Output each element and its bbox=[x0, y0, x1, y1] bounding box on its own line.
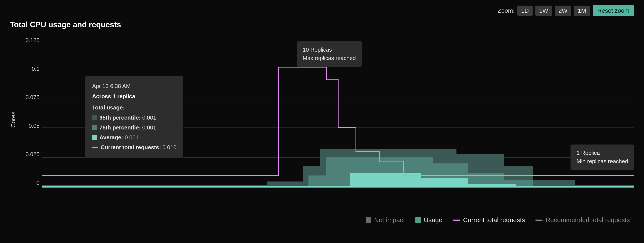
line-icon bbox=[92, 147, 98, 148]
gridline bbox=[42, 187, 634, 188]
callout-max-replicas: 10 ReplicasMax replicas reached bbox=[297, 41, 362, 67]
plot-area[interactable]: Apr 13 6:38 AMAcross 1 replicaTotal usag… bbox=[42, 37, 634, 187]
gridline bbox=[42, 37, 634, 37]
zoom-1d-button[interactable]: 1D bbox=[517, 6, 533, 16]
line-icon bbox=[535, 219, 542, 221]
y-axis: 0.125 0.1 0.075 0.05 0.025 0 bbox=[18, 37, 42, 186]
reset-zoom-button[interactable]: Reset zoom bbox=[593, 5, 634, 16]
request-line bbox=[42, 175, 279, 176]
request-line bbox=[338, 127, 356, 128]
y-tick: 0.1 bbox=[32, 66, 40, 72]
y-axis-label: Cores bbox=[10, 112, 17, 128]
legend: Net impact Usage Current total requests … bbox=[10, 216, 634, 224]
legend-current-requests[interactable]: Current total requests bbox=[453, 216, 525, 224]
hover-tooltip: Apr 13 6:38 AMAcross 1 replicaTotal usag… bbox=[85, 76, 184, 158]
square-icon bbox=[92, 115, 97, 120]
area-segment bbox=[468, 184, 516, 187]
request-line bbox=[380, 161, 403, 161]
area-segment bbox=[516, 186, 634, 187]
chart-title: Total CPU usage and requests bbox=[10, 20, 634, 29]
area-segment bbox=[42, 186, 350, 187]
callout-min-replicas: 1 ReplicaMin replicas reached bbox=[570, 144, 634, 170]
request-line bbox=[403, 161, 404, 176]
request-line bbox=[338, 79, 338, 128]
zoom-label: Zoom: bbox=[498, 7, 515, 14]
zoom-2w-button[interactable]: 2W bbox=[555, 6, 572, 16]
legend-net-impact[interactable]: Net impact bbox=[366, 216, 405, 224]
request-line bbox=[326, 79, 338, 80]
legend-recommended-requests[interactable]: Recommended total requests bbox=[535, 216, 630, 224]
zoom-1w-button[interactable]: 1W bbox=[535, 6, 552, 16]
request-line bbox=[356, 151, 380, 152]
area-segment bbox=[308, 175, 326, 187]
y-tick: 0.125 bbox=[26, 37, 40, 44]
square-icon bbox=[92, 125, 97, 130]
area-segment bbox=[421, 178, 468, 187]
gridline bbox=[42, 67, 634, 67]
y-tick: 0.075 bbox=[26, 94, 40, 101]
hover-cursor bbox=[79, 37, 79, 187]
y-tick: 0.025 bbox=[26, 151, 40, 158]
y-tick: 0 bbox=[36, 180, 40, 186]
square-icon bbox=[415, 217, 421, 223]
zoom-1m-button[interactable]: 1M bbox=[574, 6, 590, 16]
square-icon bbox=[366, 217, 371, 223]
line-icon bbox=[453, 219, 460, 221]
square-icon bbox=[92, 135, 97, 140]
request-line bbox=[279, 67, 326, 68]
legend-usage[interactable]: Usage bbox=[415, 216, 442, 224]
tooltip-time: Apr 13 6:38 AM bbox=[92, 81, 176, 91]
tooltip-section: Total usage: bbox=[92, 103, 176, 112]
request-line bbox=[379, 151, 380, 162]
tooltip-replicas: Across 1 replica bbox=[92, 92, 176, 101]
request-line bbox=[278, 67, 279, 176]
request-line bbox=[356, 127, 356, 152]
zoom-controls: Zoom: 1D 1W 2W 1M Reset zoom bbox=[10, 5, 634, 16]
request-line bbox=[326, 67, 327, 80]
request-line bbox=[403, 175, 634, 176]
chart: Cores 0.125 0.1 0.075 0.05 0.025 0 Apr 1… bbox=[10, 36, 634, 203]
y-tick: 0.05 bbox=[28, 123, 40, 129]
